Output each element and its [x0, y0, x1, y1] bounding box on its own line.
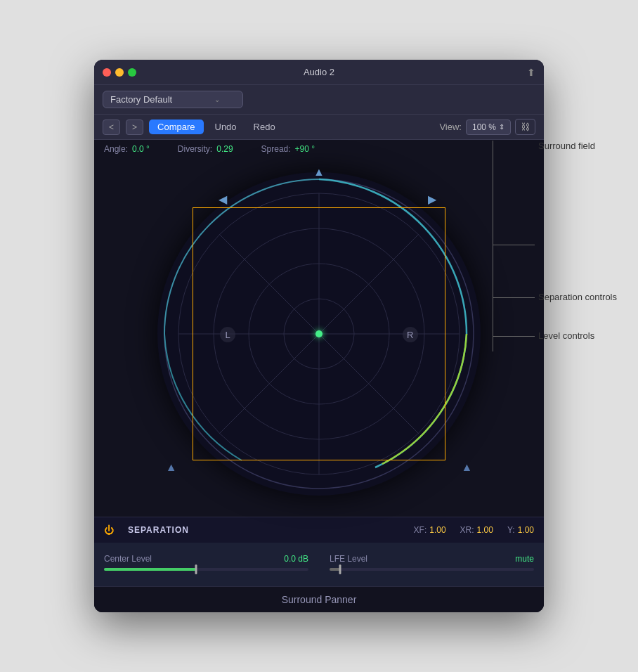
compare-button[interactable]: Compare: [149, 119, 203, 134]
diversity-param: Diversity: 0.29: [178, 144, 233, 154]
center-level-value: 0.0 dB: [284, 554, 308, 564]
diversity-value[interactable]: 0.29: [216, 144, 233, 154]
plugin-window: Audio 2 ⬆ Factory Default ⌄ < > Compare …: [94, 60, 544, 612]
undo-button[interactable]: Undo: [209, 119, 242, 134]
spread-param: Spread: +90 °: [261, 144, 315, 154]
center-position-dot[interactable]: [315, 330, 323, 337]
preset-bar: Factory Default ⌄: [94, 85, 544, 115]
lfe-level-thumb[interactable]: [339, 564, 341, 574]
channel-label-R: R: [403, 327, 418, 342]
level-controls-label: Level controls: [538, 330, 594, 341]
view-percent-control[interactable]: 100 % ⇕: [466, 119, 511, 135]
close-button[interactable]: [103, 68, 111, 77]
spread-value[interactable]: +90 °: [295, 144, 315, 154]
separation-power-button[interactable]: ⏻: [104, 524, 114, 536]
link-icon: ⛓: [521, 122, 530, 132]
plugin-footer: Surround Panner: [94, 586, 544, 612]
link-button[interactable]: ⛓: [515, 119, 535, 135]
xr-value[interactable]: 1.00: [477, 525, 493, 535]
lfe-level-header: LFE Level mute: [330, 554, 534, 564]
surround-field-label: Surround field: [538, 141, 595, 151]
lfe-level-slider[interactable]: [330, 568, 534, 571]
xf-value[interactable]: 1.00: [429, 525, 445, 535]
xf-param: XF: 1.00: [414, 525, 446, 535]
y-param: Y: 1.00: [507, 525, 534, 535]
level-row: Center Level 0.0 dB LFE Level mute: [104, 554, 534, 571]
xr-label: XR:: [460, 525, 474, 535]
center-level-group: Center Level 0.0 dB: [104, 554, 308, 571]
title-bar: Audio 2 ⬆: [94, 60, 544, 85]
share-icon[interactable]: ⬆: [527, 67, 535, 78]
plugin-body: Angle: 0.0 ° Diversity: 0.29 Spread: +90…: [94, 140, 544, 612]
param-row: Angle: 0.0 ° Diversity: 0.29 Spread: +90…: [94, 140, 544, 158]
spread-label: Spread:: [261, 144, 291, 154]
preset-label: Factory Default: [110, 94, 172, 105]
speaker-bottom-right[interactable]: ▲: [460, 460, 474, 474]
angle-value[interactable]: 0.0 °: [132, 144, 150, 154]
view-percent-value: 100 %: [472, 122, 496, 132]
xf-label: XF:: [414, 525, 427, 535]
redo-button[interactable]: Redo: [248, 119, 281, 134]
diversity-label: Diversity:: [178, 144, 212, 154]
maximize-button[interactable]: [128, 68, 136, 77]
minimize-button[interactable]: [115, 68, 124, 77]
nav-back-button[interactable]: <: [103, 119, 120, 135]
speaker-top-left[interactable]: ◀: [216, 192, 230, 206]
separation-title: SEPARATION: [128, 525, 189, 535]
chevron-down-icon: ⌄: [214, 96, 220, 103]
lfe-level-label: LFE Level: [330, 554, 367, 564]
speaker-top-right[interactable]: ▶: [425, 192, 439, 206]
separation-params: XF: 1.00 XR: 1.00 Y: 1.00: [414, 525, 534, 535]
speaker-bottom-left[interactable]: ▲: [164, 460, 178, 474]
nav-forward-button[interactable]: >: [126, 119, 143, 135]
lfe-level-group: LFE Level mute: [330, 554, 534, 571]
separation-controls-label: Separation controls: [538, 292, 617, 302]
center-level-label: Center Level: [104, 554, 152, 564]
angle-param: Angle: 0.0 °: [104, 144, 150, 154]
angle-label: Angle:: [104, 144, 128, 154]
y-value[interactable]: 1.00: [518, 525, 534, 535]
xr-param: XR: 1.00: [460, 525, 493, 535]
speaker-top[interactable]: ▲: [312, 165, 326, 179]
view-group: View: 100 % ⇕ ⛓: [439, 119, 535, 135]
spinner-arrows-icon: ⇕: [499, 123, 504, 131]
lfe-level-value[interactable]: mute: [515, 554, 534, 564]
plugin-name: Surround Panner: [282, 594, 357, 605]
traffic-lights: [103, 68, 136, 77]
center-level-fill: [104, 568, 196, 571]
y-label: Y:: [507, 525, 515, 535]
level-section: Center Level 0.0 dB LFE Level mute: [94, 543, 544, 586]
view-label: View:: [439, 122, 462, 132]
center-level-slider[interactable]: [104, 568, 308, 571]
center-level-thumb[interactable]: [195, 564, 197, 574]
window-title: Audio 2: [304, 67, 334, 77]
surround-section: ▲ ◀ ▶ ▲ ▲ L R: [94, 158, 544, 517]
toolbar: < > Compare Undo Redo View: 100 % ⇕ ⛓: [94, 115, 544, 140]
surround-canvas[interactable]: ▲ ◀ ▶ ▲ ▲ L R: [104, 158, 534, 510]
center-level-header: Center Level 0.0 dB: [104, 554, 308, 564]
preset-dropdown[interactable]: Factory Default ⌄: [103, 91, 243, 108]
separation-section: ⏻ SEPARATION XF: 1.00 XR: 1.00 Y: 1.00: [94, 517, 544, 543]
